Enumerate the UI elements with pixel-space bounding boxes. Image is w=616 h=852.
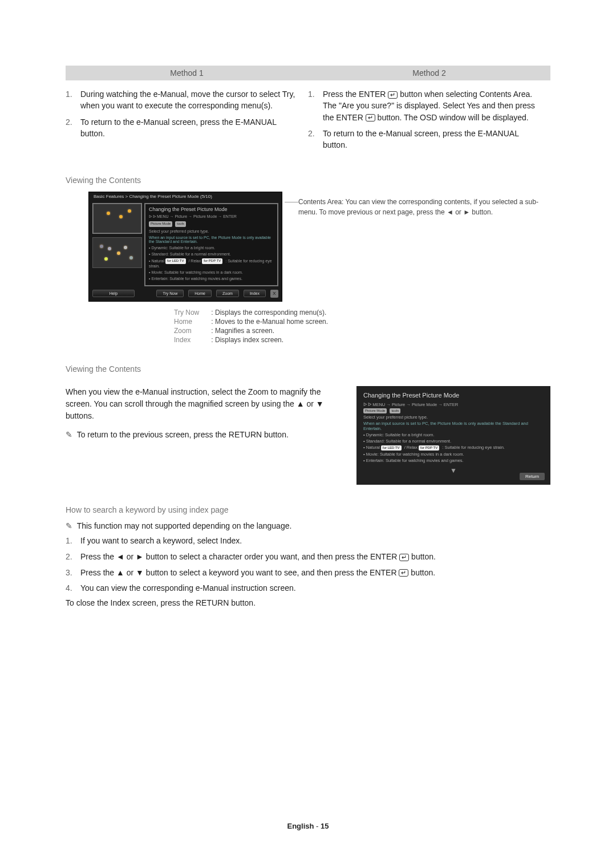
bullet-natural-relax: • Natural for LED TV / Relax for PDP TV … [149, 258, 274, 268]
zoom-panel-path: ᐅ ᐅ MENU → Picture → Picture Mode → ENTE… [363, 402, 544, 407]
howto-block: ✎ This function may not supported depend… [66, 521, 550, 607]
howto-step3: 3. Press the ▲ or ▼ button to select a k… [66, 567, 550, 579]
bullet-text: / Relax [404, 445, 419, 450]
step-body: To return to the e-Manual screen, press … [323, 128, 539, 151]
sidebar-thumb-2[interactable] [92, 237, 142, 268]
method1-column: 1. During watching the e-Manual, move th… [66, 88, 308, 155]
zoom-bullet: • Movie: Suitable for watching movies in… [363, 452, 544, 457]
zoom-line: Select your preferred picture type. [363, 415, 544, 420]
step-number: 2. [308, 128, 323, 151]
howto-first-note: ✎ This function may not supported depend… [66, 521, 550, 530]
howto-step2: 2. Press the ◄ or ► button to select a c… [66, 551, 550, 563]
content-path: ᐅ ᐅ MENU → Picture → Picture Mode → ENTE… [149, 214, 274, 219]
enter-icon: ↵ [399, 569, 408, 577]
method1-step1: 1. During watching the e-Manual, move th… [66, 88, 297, 112]
step-number: 4. [66, 582, 80, 595]
step-body: To return to the e-Manual screen, press … [80, 116, 297, 140]
sidebar-thumb-1[interactable] [92, 203, 142, 234]
zoom-bullet: • Entertain: Suitable for watching movie… [363, 458, 544, 463]
zoom-main-text: When you view the e-Manual instruction, … [66, 386, 343, 422]
legend-text: : Moves to the e-Manual home screen. [211, 318, 328, 326]
bullet-text: Natural [151, 259, 165, 263]
bullet-text: Dynamic: Suitable for a bright room. [151, 246, 215, 250]
step-number: 2. [66, 551, 80, 563]
howto-step1: 1. If you want to search a keyword, sele… [66, 535, 550, 547]
bullet-standard: • Standard: Suitable for a normal enviro… [149, 252, 274, 256]
text-frag: button. [411, 552, 436, 561]
bullet-movie: • Movie: Suitable for watching movies in… [149, 270, 274, 274]
bullet-dynamic: • Dynamic: Suitable for a bright room. [149, 246, 274, 250]
text-frag: button. The OSD window will be displayed… [378, 113, 529, 122]
step-number: 1. [308, 88, 323, 123]
picture-mode-badge: Picture Mode [149, 221, 172, 227]
tools-badge: tools [175, 221, 186, 227]
note-icon: ✎ [66, 521, 75, 530]
legend-text: : Magnifies a screen. [211, 327, 274, 335]
text-frag: Press the [323, 90, 359, 99]
emanual-figure-row: Basic Features > Changing the Preset Pic… [66, 192, 550, 301]
text-frag: Press the ▲ or ▼ button to select a keyw… [80, 568, 370, 577]
bullet-text: Entertain: Suitable for watching movies … [151, 277, 242, 281]
zoom-panel-title: Changing the Preset Picture Mode [363, 392, 544, 399]
return-button[interactable]: Return [520, 473, 545, 480]
tools-badge: tools [390, 408, 400, 414]
close-button[interactable]: X [270, 290, 278, 298]
methods-row: 1. During watching the e-Manual, move th… [66, 88, 550, 155]
footer-sep: - [314, 822, 321, 830]
footer-page: 15 [321, 822, 329, 830]
bullet-text: Entertain: Suitable for watching movies … [366, 458, 464, 463]
try-now-button[interactable]: Try Now [156, 290, 184, 297]
text-frag: button. [411, 568, 435, 577]
enter-label: ENTER [370, 552, 397, 561]
method1-header: Method 1 [66, 66, 308, 80]
enter-icon: ↵ [388, 91, 398, 99]
content-area-callout: Contents Area: You can view the correspo… [282, 192, 550, 217]
zoom-button[interactable]: Zoom [216, 290, 239, 297]
bullet-text: Movie: Suitable for watching movies in a… [366, 452, 464, 457]
led-tv-badge: for LED TV [165, 258, 186, 264]
method2-step1: 1. Press the ENTER ↵ button when selecti… [308, 88, 539, 123]
legend-label: Index [174, 336, 209, 344]
emanual-toolbar: Help Try Now Home Zoom Index X [89, 286, 282, 301]
enter-icon: ↵ [399, 554, 409, 561]
method1-step2: 2. To return to the e-Manual screen, pre… [66, 116, 297, 140]
legend-label: Try Now [174, 309, 209, 317]
step-body: During watching the e-Manual, move the c… [80, 88, 297, 112]
zoom-bullet: • Standard: Suitable for a normal enviro… [363, 439, 544, 444]
zoom-description: When you view the e-Manual instruction, … [66, 386, 356, 441]
legend-index: Index : Displays index screen. [174, 336, 550, 344]
enter-label: ENTER [336, 113, 363, 122]
legend-home: Home : Moves to the e-Manual home screen… [174, 318, 550, 326]
zoom-section: When you view the e-Manual instruction, … [66, 386, 550, 485]
toolbar-legend: Try Now : Displays the corresponding men… [66, 309, 550, 344]
bullet-text: Standard: Suitable for a normal environm… [366, 439, 451, 444]
legend-trynow: Try Now : Displays the corresponding men… [174, 309, 550, 317]
enter-label: ENTER [370, 568, 396, 577]
home-button[interactable]: Home [188, 290, 212, 297]
step-body: If you want to search a keyword, select … [80, 535, 550, 547]
step-number: 3. [66, 567, 80, 579]
scroll-down-icon: ▼ [450, 466, 457, 474]
pdp-tv-badge: for PDP TV [202, 258, 222, 264]
step-body: Press the ◄ or ► button to select a char… [80, 551, 550, 563]
bullet-text: : Suitable for reducing eye strain. [442, 445, 505, 450]
led-tv-badge: for LED TV [381, 445, 402, 451]
content-note: When an input source is set to PC, the P… [149, 236, 274, 244]
bullet-text: / Relax [188, 259, 202, 263]
methods-header-row: Method 1 Method 2 [66, 66, 550, 80]
emanual-breadcrumb: Basic Features > Changing the Preset Pic… [89, 192, 282, 201]
help-button[interactable]: Help [92, 290, 135, 297]
page-footer: English - 15 [0, 822, 616, 830]
bullet-text: Movie: Suitable for watching movies in a… [151, 270, 242, 274]
badge-row: Picture Mode tools [149, 221, 274, 227]
legend-zoom: Zoom : Magnifies a screen. [174, 327, 550, 335]
method2-column: 1. Press the ENTER ↵ button when selecti… [308, 88, 550, 155]
emanual-app-screenshot: Basic Features > Changing the Preset Pic… [88, 192, 282, 301]
callout-text: Contents Area: You can view the correspo… [298, 197, 550, 217]
zoom-bullet: • Dynamic: Suitable for a bright room. [363, 432, 544, 437]
legend-label: Zoom [174, 327, 209, 335]
emanual-sidebar [92, 203, 141, 286]
section-zoom-title: Viewing the Contents [66, 364, 550, 374]
emanual-content-area[interactable]: Changing the Preset Picture Mode ᐅ ᐅ MEN… [144, 203, 278, 286]
index-button[interactable]: Index [244, 290, 266, 297]
